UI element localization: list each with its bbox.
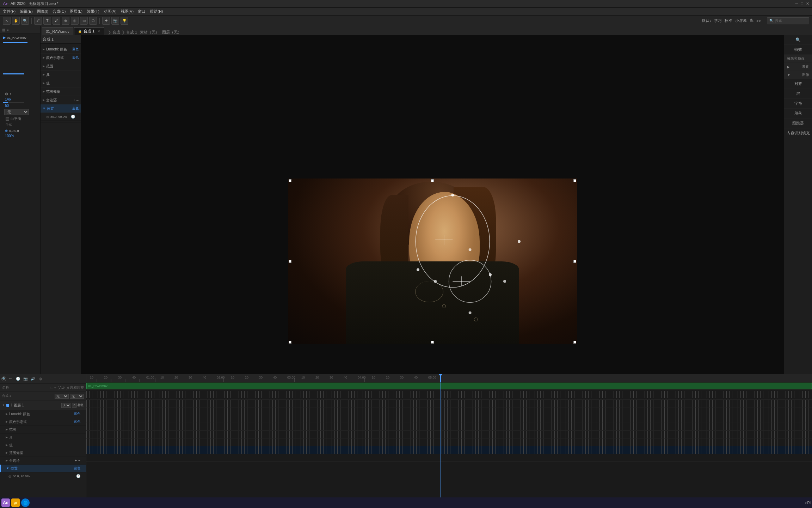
menu-help[interactable]: 帮助(H) (150, 9, 163, 14)
track-row-layer1[interactable] (86, 390, 812, 400)
breadcrumb-comp[interactable]: 合成 (112, 30, 120, 35)
sub-expand-2[interactable]: ▶ (6, 420, 8, 423)
main-clip[interactable]: 01_RAW.mov (86, 383, 812, 389)
breadcrumb-comp1[interactable]: 合成 1 (126, 30, 137, 35)
sub-expand-3[interactable]: ▶ (6, 428, 8, 431)
gear-icon[interactable]: ⚙ (5, 92, 8, 96)
handle-bm[interactable] (431, 341, 434, 344)
prop-val-label[interactable]: 50 (5, 104, 9, 108)
right-effects-presets[interactable]: 效果和预设 (784, 55, 812, 63)
value-header[interactable]: ▶ 值 (41, 79, 81, 87)
color-icon[interactable]: ⊕ (5, 129, 8, 133)
right-image-header[interactable]: ▼ 图像 (784, 71, 812, 79)
handle-bl[interactable] (289, 341, 291, 344)
tl-camera-icon[interactable]: 📷 (22, 376, 29, 382)
stamp-tool[interactable]: ⊕ (62, 17, 69, 25)
select-all-header[interactable]: ▶ 全选还 + − (41, 96, 81, 104)
right-align[interactable]: 对齐 (784, 79, 812, 89)
sub-expand-1[interactable]: ▶ (6, 412, 8, 416)
workspace-learn[interactable]: 学习 (714, 18, 722, 23)
track-1-mode[interactable]: 无 (61, 403, 71, 408)
sub-add-7[interactable]: + (75, 459, 77, 462)
tab-comp1-close[interactable]: ✕ (98, 30, 100, 33)
right-fade-header[interactable]: ▶ 渐化 (784, 63, 812, 71)
sub-sub-7[interactable]: − (78, 459, 80, 462)
track-1-label-btn[interactable]: 标签 (78, 403, 84, 407)
shape-tool[interactable]: ▭ (80, 17, 88, 25)
handle-tl[interactable] (289, 179, 291, 182)
prop-num-1[interactable]: 146 (5, 97, 11, 101)
sub-position[interactable]: ▼ 位置 蓝色 (0, 465, 86, 472)
panel-icon-1[interactable]: ▦ (2, 28, 5, 32)
comp-src-select-1[interactable]: 无 (55, 394, 69, 399)
tl-solo-icon[interactable]: ◎ (37, 376, 43, 382)
add-btn[interactable]: + (73, 98, 75, 103)
color-form-header[interactable]: ▶ 颜色形态式 蓝色 (41, 54, 81, 62)
menu-anim[interactable]: 动画(A) (104, 9, 117, 14)
prop-dropdown[interactable]: 无 (4, 109, 29, 115)
right-tracker[interactable]: 跟踪器 (784, 119, 812, 128)
workspace-small[interactable]: 小屏幕 (735, 18, 747, 23)
workspace-more[interactable]: >> (756, 19, 761, 23)
handle-mr[interactable] (573, 260, 576, 263)
menu-effect[interactable]: 效果(T) (87, 9, 99, 14)
select-tool[interactable]: ↖ (3, 17, 11, 25)
sub-expand-6[interactable]: ▶ (6, 451, 8, 454)
zoom-tool[interactable]: 🔍 (21, 17, 29, 25)
handle-br[interactable] (573, 341, 576, 344)
right-layer[interactable]: 层 (784, 89, 812, 99)
menu-view[interactable]: 视图(V) (121, 9, 134, 14)
track-1-solo[interactable]: S (72, 403, 77, 408)
handle-tm[interactable] (431, 179, 434, 182)
handle-tr[interactable] (573, 179, 576, 182)
sub-expand-4[interactable]: ▶ (6, 436, 8, 439)
tl-audio-icon[interactable]: 🔊 (30, 376, 36, 382)
tool-header[interactable]: ▶ 具 (41, 71, 81, 79)
handle-ml[interactable] (289, 260, 291, 263)
right-search[interactable]: 🔍 (784, 35, 812, 45)
sub-expand-7[interactable]: ▶ (6, 459, 8, 462)
search-box[interactable]: 🔍 搜索 (767, 17, 809, 24)
right-char[interactable]: 字符 (784, 99, 812, 109)
folder-taskbar-icon[interactable]: 📁 (11, 498, 20, 507)
ae-taskbar-icon[interactable]: Ae (1, 498, 10, 507)
maximize-btn[interactable]: □ (801, 1, 803, 6)
tl-clock-icon[interactable]: 🕐 (15, 376, 21, 382)
media-item-2[interactable] (0, 72, 40, 76)
menu-comp[interactable]: 合成(C) (53, 9, 66, 14)
sub-expand-5[interactable]: ▶ (6, 443, 8, 447)
pen-tool[interactable]: 🖊 (34, 17, 42, 25)
media-item-1[interactable]: ▶ 01_RAW.mov (0, 34, 40, 41)
menu-file[interactable]: 文件(F) (3, 9, 16, 14)
workspace-standard[interactable]: 标准 (725, 18, 732, 23)
keyframe-icon[interactable]: ◎ (8, 474, 11, 478)
camera-tool[interactable]: 📷 (111, 17, 119, 25)
workspace-library[interactable]: 库 (750, 18, 753, 23)
light-tool[interactable]: 💡 (121, 17, 128, 25)
workspace-default[interactable]: 默认↓ (702, 18, 712, 23)
checkbox-wb[interactable] (6, 117, 9, 121)
roto-tool[interactable]: ⬡ (89, 17, 97, 25)
right-content-fill[interactable]: 内容识别填充 (784, 128, 812, 138)
track-row-pos[interactable] (86, 446, 812, 454)
lumetri-header[interactable]: ▶ Lumetri: 颜色 蓝色 (41, 45, 81, 54)
panel-icon-2[interactable]: ≡ (7, 28, 9, 32)
range-header[interactable]: ▶ 范围 (41, 62, 81, 71)
hand-tool[interactable]: ✋ (12, 17, 20, 25)
close-btn[interactable]: ✕ (806, 1, 809, 6)
right-para[interactable]: 段落 (784, 109, 812, 119)
sub-btn[interactable]: − (76, 98, 79, 103)
comp-src-select-2[interactable]: 无 (70, 394, 84, 399)
menu-image[interactable]: 图像(I) (37, 9, 48, 14)
position-header[interactable]: ▼ 位置 蓝色 (41, 104, 81, 113)
minimize-btn[interactable]: ─ (795, 1, 798, 6)
text-tool[interactable]: T (43, 17, 51, 25)
right-special-effects[interactable]: 特效 (784, 45, 812, 55)
anchor-tool[interactable]: ✚ (102, 17, 110, 25)
puppet-tool[interactable]: ◎ (71, 17, 79, 25)
menu-window[interactable]: 窗口 (138, 9, 146, 14)
brush-tool[interactable]: 🖌 (53, 17, 60, 25)
tab-comp1[interactable]: 🔒 合成 1 ✕ (74, 27, 104, 35)
browser-taskbar-icon[interactable]: 🌐 (21, 498, 30, 507)
tab-raw[interactable]: 01_RAW.mov (42, 27, 73, 35)
